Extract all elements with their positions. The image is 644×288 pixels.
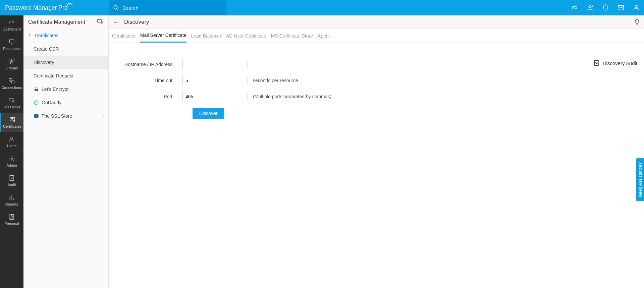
side-item-label: Certificates <box>35 33 58 38</box>
page-title: Discovery <box>124 19 149 25</box>
assistance-tab[interactable]: Need Assistance? <box>636 158 644 201</box>
rail-label: Connections <box>1 85 22 90</box>
main-content: ← Discovery Certificates Mail Server Cer… <box>109 15 644 288</box>
godaddy-icon <box>34 100 39 105</box>
timeout-hint: seconds per resource <box>253 78 298 83</box>
main-header: ← Discovery <box>109 15 644 29</box>
rail-resources[interactable]: Resources <box>0 35 23 54</box>
back-button[interactable]: ← <box>112 18 120 26</box>
search-input[interactable] <box>122 5 222 11</box>
rail-label: Users <box>7 144 17 148</box>
svg-point-24 <box>35 102 36 103</box>
help-bulb-icon[interactable] <box>633 18 641 26</box>
tab-certificates[interactable]: Certificates <box>112 30 136 42</box>
svg-point-25 <box>37 102 37 103</box>
svg-rect-17 <box>10 176 14 181</box>
hostname-input[interactable] <box>182 60 248 69</box>
side-item-label: Create CSR <box>34 46 59 52</box>
rail-certificates[interactable]: Certificates <box>0 113 23 132</box>
rail-reports[interactable]: Reports <box>0 190 23 210</box>
tab-load-balancer[interactable]: Load Balancer <box>191 30 221 42</box>
discover-button[interactable]: Discover <box>193 108 224 119</box>
rail-admin[interactable]: Admin <box>0 152 23 171</box>
svg-point-12 <box>13 101 14 102</box>
side-item-letsencrypt[interactable]: Let's Encrypt <box>23 82 108 96</box>
audit-icon <box>593 60 600 66</box>
tab-ms-cert-store[interactable]: MS Certificate Store <box>271 30 313 42</box>
rail-groups[interactable]: Groups <box>0 54 23 74</box>
side-item-godaddy[interactable]: GoDaddy <box>23 96 108 109</box>
rail-sshkeys[interactable]: SSH Keys <box>0 93 23 113</box>
certificate-icon[interactable] <box>96 18 104 26</box>
port-hint: (Multiple ports separated by commas) <box>253 94 331 99</box>
side-item-label: The SSL Store <box>42 113 72 119</box>
svg-rect-8 <box>11 62 13 64</box>
discovery-form: Discovery Audit Hostname / IP Address Ti… <box>109 43 644 135</box>
brand-name: Password Manager <box>5 4 57 11</box>
rail-connections[interactable]: Connections <box>0 74 23 93</box>
svg-point-16 <box>11 158 13 160</box>
svg-rect-3 <box>618 6 624 10</box>
timeout-input[interactable] <box>182 76 248 85</box>
side-item-cert-request[interactable]: Certificate Request <box>23 69 108 82</box>
side-panel-header: Certificate Management <box>23 15 108 29</box>
top-header: Password Manager Pro <box>0 0 644 15</box>
rail-label: Groups <box>6 66 18 70</box>
pin-icon <box>28 33 32 38</box>
rail-dashboard[interactable]: Dashboard <box>0 15 23 35</box>
rail-users[interactable]: Users <box>0 132 23 152</box>
side-item-label: Discovery <box>34 60 54 65</box>
rail-label: Personal <box>4 222 19 226</box>
side-panel-title: Certificate Management <box>28 19 85 25</box>
audit-link-label: Discovery Audit <box>603 60 637 66</box>
svg-point-19 <box>11 216 13 217</box>
svg-rect-10 <box>11 81 14 83</box>
bell-icon[interactable] <box>598 0 613 15</box>
brand-logo[interactable]: Password Manager Pro <box>0 4 109 11</box>
side-item-create-csr[interactable]: Create CSR <box>23 42 108 56</box>
side-item-discovery[interactable]: Discovery <box>23 56 108 69</box>
side-list: Certificates Create CSR Discovery Certif… <box>23 29 108 123</box>
svg-point-4 <box>635 5 637 8</box>
rail-label: Reports <box>5 202 18 206</box>
rail-label: Audit <box>7 183 16 187</box>
left-nav-rail: Dashboard Resources Groups Connections S… <box>0 15 23 288</box>
svg-rect-11 <box>9 98 13 101</box>
rail-label: Dashboard <box>3 27 21 31</box>
tab-agent[interactable]: Agent <box>318 30 330 42</box>
svg-rect-18 <box>10 215 14 220</box>
timeout-label: Time out <box>115 78 182 83</box>
brand-suffix: Pro <box>58 4 68 11</box>
svg-rect-5 <box>9 40 14 43</box>
search-icon <box>113 5 119 11</box>
hostname-label: Hostname / IP Address <box>115 62 182 67</box>
header-right <box>567 0 644 15</box>
svg-point-0 <box>114 5 117 9</box>
port-label: Port <box>115 94 182 99</box>
mail-icon[interactable] <box>613 0 629 15</box>
svg-line-1 <box>117 8 118 10</box>
port-input[interactable] <box>182 92 248 101</box>
global-search[interactable] <box>109 0 226 15</box>
side-panel: Certificate Management Certificates Crea… <box>23 15 109 288</box>
rail-label: SSH Keys <box>3 105 20 109</box>
tab-mail-server[interactable]: Mail Server Certificate <box>140 29 186 43</box>
rail-personal[interactable]: Personal <box>0 210 23 229</box>
svg-rect-28 <box>594 61 598 66</box>
user-swap-icon[interactable] <box>582 0 598 15</box>
side-item-label: Let's Encrypt <box>42 87 69 92</box>
svg-point-2 <box>589 5 591 8</box>
side-item-sslstore[interactable]: t The SSL Store › <box>23 109 108 123</box>
side-item-certificates[interactable]: Certificates <box>23 29 108 42</box>
svg-rect-20 <box>98 19 102 22</box>
link-icon[interactable] <box>567 0 582 15</box>
svg-rect-6 <box>9 59 12 61</box>
profile-icon[interactable] <box>629 0 644 15</box>
rail-label: Certificates <box>3 124 21 128</box>
chevron-right-icon: › <box>103 113 104 119</box>
side-item-label: Certificate Request <box>34 73 73 78</box>
tab-ad-user[interactable]: AD User Certificate <box>226 30 266 42</box>
discovery-audit-link[interactable]: Discovery Audit <box>593 60 637 66</box>
svg-point-15 <box>11 137 13 139</box>
rail-audit[interactable]: Audit <box>0 171 23 190</box>
